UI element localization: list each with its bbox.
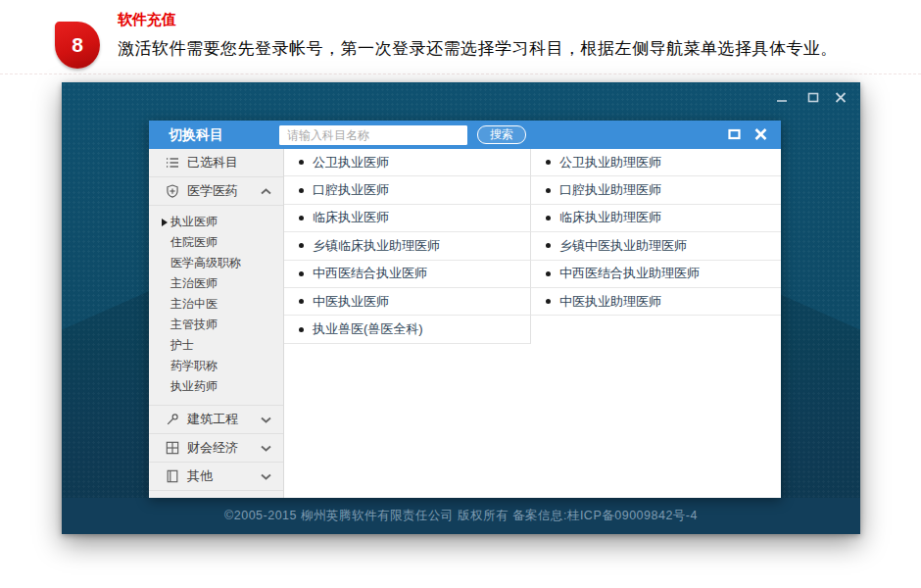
- subject-item-label: 中医执业医师: [313, 293, 389, 311]
- sidebar-subitem-label: 主治中医: [170, 296, 218, 313]
- bullet-icon: [299, 327, 304, 332]
- table-row: 中西医结合执业医师中西医结合执业助理医师: [284, 261, 781, 288]
- subject-item[interactable]: 中西医结合执业医师: [284, 261, 531, 288]
- subject-item[interactable]: 公卫执业医师: [284, 149, 531, 176]
- sidebar-subitem-label: 主治医师: [170, 275, 218, 292]
- sidebar-item-other[interactable]: 其他: [149, 463, 283, 491]
- shield-cross-icon: [166, 184, 179, 198]
- list-icon: [166, 157, 179, 169]
- subject-category-sidebar: 已选科目医学医药执业医师住院医师医学高级职称主治医师主治中医主管技师护士药学职称…: [149, 149, 284, 498]
- bullet-icon: [546, 188, 551, 193]
- subject-list: 公卫执业医师公卫执业助理医师口腔执业医师口腔执业助理医师临床执业医师临床执业助理…: [284, 149, 781, 498]
- dialog-close-button[interactable]: [754, 126, 767, 144]
- sidebar-subitem-label: 主管技师: [170, 317, 218, 333]
- sidebar-subitem[interactable]: 主治医师: [149, 273, 283, 294]
- copyright-text: ©2005-2015 柳州英腾软件有限责任公司 版权所有 备案信息:桂ICP备0…: [224, 508, 698, 524]
- sidebar-item-construction[interactable]: 建筑工程: [149, 406, 283, 434]
- switch-subject-dialog: 切换科目 搜索 已选科目医学医药执业医师住院医师医学高级职称主治医师主治中医主管…: [149, 121, 781, 498]
- maximize-icon: [807, 89, 819, 107]
- table-row: 执业兽医(兽医全科): [284, 316, 781, 343]
- sidebar-subitem[interactable]: 医学高级职称: [149, 253, 283, 273]
- subject-item-label: 公卫执业医师: [313, 154, 389, 172]
- sidebar-subitem-label: 药学职称: [170, 358, 218, 374]
- sidebar-item-label: 其他: [187, 467, 213, 485]
- chevron-down-icon: [261, 445, 271, 452]
- subject-item-label: 公卫执业助理医师: [559, 154, 661, 172]
- dialog-controls: [728, 126, 767, 144]
- sidebar-subitem-label: 护士: [170, 337, 194, 354]
- subject-item[interactable]: 口腔执业医师: [284, 176, 531, 204]
- sidebar-item-label: 财会经济: [187, 439, 238, 457]
- search-button[interactable]: 搜索: [477, 125, 526, 144]
- subject-item[interactable]: 执业兽医(兽医全科): [284, 316, 531, 343]
- sidebar-item-label: 已选科目: [187, 154, 238, 172]
- subject-item-label: 中西医结合执业医师: [313, 265, 427, 282]
- table-row: 公卫执业医师公卫执业助理医师: [284, 149, 781, 176]
- sidebar-subitem[interactable]: 执业医师: [149, 212, 283, 232]
- close-icon: [835, 89, 847, 107]
- step-title: 软件充值: [118, 11, 176, 29]
- window-titlebar: [62, 82, 860, 120]
- grid-icon: [166, 441, 179, 455]
- subject-item[interactable]: 临床执业助理医师: [531, 205, 781, 232]
- bullet-icon: [299, 243, 304, 248]
- book-icon: [166, 469, 179, 483]
- subject-item[interactable]: 中医执业助理医师: [531, 288, 781, 316]
- wrench-icon: [166, 413, 179, 426]
- sidebar-item-label: 医学医药: [187, 182, 238, 200]
- subject-item-label: 口腔执业医师: [313, 181, 389, 199]
- subject-item-label: 乡镇临床执业助理医师: [313, 237, 440, 255]
- bullet-icon: [299, 271, 304, 276]
- subject-item-label: 中医执业助理医师: [559, 293, 661, 311]
- table-row: 临床执业医师临床执业助理医师: [284, 205, 781, 232]
- step-number: 8: [72, 33, 83, 57]
- sidebar-subitem[interactable]: 护士: [149, 335, 283, 356]
- sidebar-item-finance[interactable]: 财会经济: [149, 434, 283, 463]
- subject-item[interactable]: 乡镇中医执业助理医师: [531, 232, 781, 260]
- subject-item[interactable]: 临床执业医师: [284, 205, 531, 232]
- dialog-maximize-button[interactable]: [728, 126, 741, 144]
- subject-item[interactable]: 中医执业医师: [284, 288, 531, 316]
- window-footer: ©2005-2015 柳州英腾软件有限责任公司 版权所有 备案信息:桂ICP备0…: [62, 498, 860, 534]
- subject-item-label: 执业兽医(兽医全科): [313, 320, 423, 338]
- app-window: 切换科目 搜索 已选科目医学医药执业医师住院医师医学高级职称主治医师主治中医主管…: [62, 82, 860, 534]
- sidebar-subitem[interactable]: 主治中医: [149, 294, 283, 315]
- subject-item-label: 乡镇中医执业助理医师: [559, 237, 687, 255]
- bullet-icon: [546, 271, 551, 276]
- window-minimize-button[interactable]: [770, 88, 794, 108]
- maximize-icon: [728, 126, 741, 144]
- sidebar-subitem[interactable]: 药学职称: [149, 356, 283, 376]
- sidebar-item-medical[interactable]: 医学医药: [149, 177, 283, 206]
- sidebar-sublist-medical: 执业医师住院医师医学高级职称主治医师主治中医主管技师护士药学职称执业药师: [149, 206, 283, 406]
- sidebar-subitem[interactable]: 主管技师: [149, 315, 283, 335]
- table-row: 中医执业医师中医执业助理医师: [284, 288, 781, 316]
- sidebar-subitem[interactable]: 住院医师: [149, 232, 283, 253]
- bullet-icon: [546, 299, 551, 304]
- sidebar-item-selected-subjects[interactable]: 已选科目: [149, 149, 283, 177]
- chevron-down-icon: [261, 473, 271, 480]
- step-header: 8 软件充值 激活软件需要您先登录帐号，第一次登录还需选择学习科目，根据左侧导航…: [0, 0, 921, 74]
- subject-cell-empty: [531, 316, 781, 343]
- subject-item[interactable]: 乡镇临床执业助理医师: [284, 232, 531, 260]
- sidebar-subitem-label: 执业医师: [170, 214, 218, 230]
- subject-item-label: 中西医结合执业助理医师: [559, 265, 700, 282]
- bullet-icon: [546, 243, 551, 248]
- subject-item[interactable]: 公卫执业助理医师: [531, 149, 781, 176]
- sidebar-subitem-label: 住院医师: [170, 234, 218, 251]
- sidebar-item-label: 建筑工程: [187, 411, 238, 428]
- chevron-down-icon: [261, 416, 271, 423]
- window-close-button[interactable]: [829, 88, 852, 108]
- sidebar-subitem[interactable]: 执业药师: [149, 376, 283, 397]
- bullet-icon: [299, 160, 304, 165]
- step-description: 激活软件需要您先登录帐号，第一次登录还需选择学习科目，根据左侧导航菜单选择具体专…: [118, 37, 838, 60]
- subject-item[interactable]: 中西医结合执业助理医师: [531, 261, 781, 288]
- bullet-icon: [299, 299, 304, 304]
- window-maximize-button[interactable]: [801, 88, 825, 108]
- step-number-badge: 8: [55, 22, 100, 69]
- bullet-icon: [546, 216, 551, 220]
- sidebar-subitem-label: 执业药师: [170, 378, 218, 395]
- subject-search-input[interactable]: [279, 125, 467, 145]
- table-row: 乡镇临床执业助理医师乡镇中医执业助理医师: [284, 232, 781, 260]
- tutorial-page: 8 软件充值 激活软件需要您先登录帐号，第一次登录还需选择学习科目，根据左侧导航…: [0, 0, 921, 588]
- subject-item[interactable]: 口腔执业助理医师: [531, 176, 781, 204]
